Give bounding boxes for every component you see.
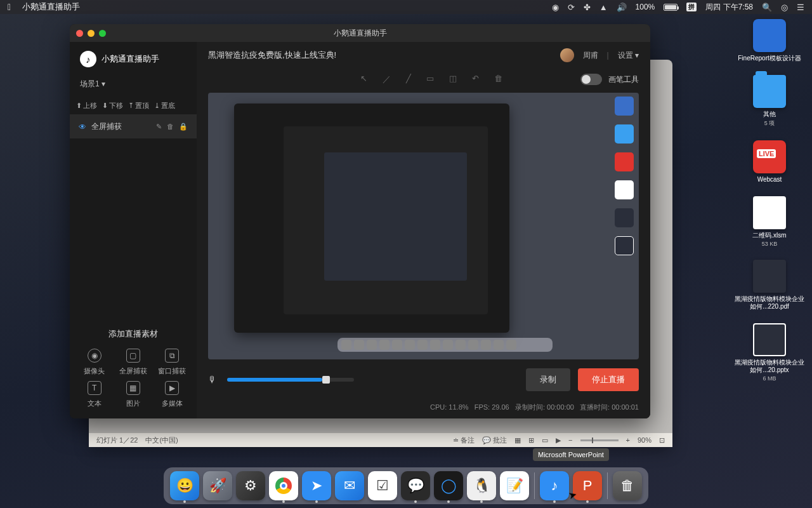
add-camera-button[interactable]: ◉摄像头 — [76, 349, 112, 376]
apple-menu-icon[interactable]:  — [8, 2, 11, 12]
record-button[interactable]: 录制 — [526, 368, 570, 391]
tool-line-icon[interactable]: ╱ — [406, 74, 411, 85]
ppt-zoom-in[interactable]: + — [626, 436, 630, 444]
ppt-comments-button[interactable]: 💬 批注 — [482, 436, 507, 445]
ppt-view-normal-icon[interactable]: ▦ — [514, 436, 521, 444]
preview-canvas[interactable] — [208, 93, 639, 359]
powerpoint-statusbar: 幻灯片 1／22 中文(中国) ≐ 备注 💬 批注 ▦ ⊞ ▭ ▶ − + 90… — [89, 433, 672, 447]
desktop-icon-finereport[interactable]: FineReport模板设计器 — [735, 19, 804, 62]
window-title: 小鹅通直播助手 — [70, 28, 650, 39]
ppt-slide-info: 幻灯片 1／22 — [96, 436, 138, 445]
preview-desktop-file3 — [615, 236, 634, 255]
ppt-fit-icon[interactable]: ⊡ — [659, 436, 665, 444]
to-bottom-button[interactable]: ⤓ 置底 — [154, 101, 175, 110]
dock-dingtalk[interactable]: ◯ — [434, 471, 463, 500]
app-logo-text: 小鹅通直播助手 — [102, 53, 159, 65]
app-logo: ♪ 小鹅通直播助手 — [70, 42, 197, 74]
add-source-title: 添加直播素材 — [70, 328, 197, 340]
microphone-icon[interactable]: 🎙 — [208, 375, 217, 385]
menubar-datetime[interactable]: 周四 下午7:58 — [705, 2, 753, 13]
status-icon-1[interactable]: ◉ — [552, 3, 559, 12]
window-titlebar[interactable]: 小鹅通直播助手 — [70, 24, 650, 42]
battery-icon[interactable] — [664, 4, 678, 11]
visibility-icon[interactable]: 👁 — [79, 123, 86, 131]
tool-rect-icon[interactable]: ▭ — [426, 74, 434, 85]
user-name: 周甫 — [583, 50, 598, 61]
battery-percent: 100% — [636, 3, 655, 11]
user-avatar[interactable] — [560, 48, 574, 62]
add-fullscreen-button[interactable]: ▢全屏捕获 — [115, 349, 151, 376]
preview-desktop-webcast — [615, 152, 634, 171]
app-logo-icon: ♪ — [80, 51, 96, 67]
dock-tooltip: Microsoft PowerPoint — [533, 448, 609, 461]
tool-eraser-icon[interactable]: ◫ — [449, 74, 457, 85]
tool-clear-icon[interactable]: 🗑 — [494, 74, 502, 85]
siri-icon[interactable]: ◎ — [781, 3, 788, 12]
volume-slider[interactable] — [227, 378, 354, 382]
input-source-icon[interactable]: 拼 — [686, 3, 697, 11]
brush-tool-toggle[interactable] — [580, 74, 602, 85]
source-item-fullscreen[interactable]: 👁 全屏捕获 ✎ 🗑 🔒 — [70, 115, 197, 138]
move-up-button[interactable]: ⬆ 上移 — [76, 101, 97, 110]
xiaoe-broadcast-window: 小鹅通直播助手 ♪ 小鹅通直播助手 场景1 ▾ ⬆ 上移 ⬇ 下移 ⤒ 置顶 ⤓… — [70, 24, 650, 418]
dock-chrome[interactable] — [269, 471, 298, 500]
system-menubar:  小鹅通直播助手 ◉ ⟳ ✤ ▲ 🔊 100% 拼 周四 下午7:58 🔍 ◎… — [0, 0, 812, 14]
stop-stream-button[interactable]: 停止直播 — [578, 368, 639, 391]
bluetooth-icon[interactable]: ✤ — [584, 3, 591, 12]
dock-xiaoe[interactable]: ♪ — [540, 471, 569, 500]
source-item-label: 全屏捕获 — [91, 121, 122, 132]
tool-cursor-icon[interactable]: ↖ — [360, 74, 367, 85]
ppt-view-sorter-icon[interactable]: ⊞ — [528, 436, 534, 444]
menubar-app-name[interactable]: 小鹅通直播助手 — [22, 1, 80, 13]
desktop-icon-xlsm[interactable]: 二维码.xlsm 53 KB — [735, 196, 804, 247]
ppt-zoom-level[interactable]: 90% — [638, 436, 652, 444]
dock-qq[interactable]: 🐧 — [467, 471, 496, 500]
status-line: CPU: 11.8% FPS: 29.06 录制时间: 00:00:00 直播时… — [197, 400, 650, 418]
add-text-button[interactable]: T文本 — [76, 381, 112, 408]
sidebar: ♪ 小鹅通直播助手 场景1 ▾ ⬆ 上移 ⬇ 下移 ⤒ 置顶 ⤓ 置底 👁 全屏… — [70, 42, 197, 418]
preview-desktop-file1 — [615, 180, 634, 199]
add-media-button[interactable]: ▶多媒体 — [154, 381, 190, 408]
spotlight-icon[interactable]: 🔍 — [762, 3, 772, 12]
dock-feishu[interactable]: ➤ — [302, 471, 331, 500]
main-panel: 黑湖智造抗疫免费版,快速上线宝典! 周甫 | 设置 ▾ ↖ ／ ╱ ▭ ◫ ↶ … — [197, 42, 650, 418]
settings-dropdown[interactable]: 设置 ▾ — [618, 50, 639, 61]
desktop-icon-other-folder[interactable]: 其他 5 项 — [735, 75, 804, 128]
ppt-zoom-out[interactable]: − — [568, 436, 572, 444]
edit-icon[interactable]: ✎ — [156, 123, 162, 131]
status-icon-2[interactable]: ⟳ — [568, 3, 575, 12]
dock-trash[interactable]: 🗑 — [613, 471, 642, 500]
dock-textedit[interactable]: 📝 — [500, 471, 529, 500]
add-window-button[interactable]: ⧉窗口捕获 — [154, 349, 190, 376]
dock-wechat[interactable]: 💬 — [401, 471, 430, 500]
notification-center-icon[interactable]: ☰ — [797, 3, 804, 12]
ppt-view-reading-icon[interactable]: ▭ — [542, 436, 548, 444]
preview-desktop-file2 — [615, 208, 634, 227]
to-top-button[interactable]: ⤒ 置顶 — [128, 101, 149, 110]
scene-selector[interactable]: 场景1 ▾ — [70, 74, 197, 97]
desktop-icons: FineReport模板设计器 其他 5 项 Webcast 二维码.xlsm … — [735, 19, 804, 382]
wifi-icon[interactable]: ▲ — [599, 3, 608, 12]
add-image-button[interactable]: ▦图片 — [115, 381, 151, 408]
brush-toggle-label: 画笔工具 — [608, 74, 639, 85]
lock-icon[interactable]: 🔒 — [179, 123, 188, 131]
delete-icon[interactable]: 🗑 — [167, 123, 174, 131]
marquee-banner: 黑湖智造抗疫免费版,快速上线宝典! — [208, 50, 336, 61]
ppt-notes-button[interactable]: ≐ 备注 — [453, 436, 475, 445]
desktop-icon-pdf[interactable]: 黑湖疫情版物料模块企业如何...220.pdf — [735, 260, 804, 311]
dock-mail[interactable]: ✉ — [335, 471, 364, 500]
ppt-view-slideshow-icon[interactable]: ▶ — [556, 436, 561, 444]
desktop-icon-pptx[interactable]: 黑湖疫情版物料模块企业如何...20.pptx 6 MB — [735, 323, 804, 382]
dock-reminders[interactable]: ☑ — [368, 471, 397, 500]
ppt-lang: 中文(中国) — [145, 436, 178, 445]
dock-system-preferences[interactable]: ⚙ — [236, 471, 265, 500]
tool-undo-icon[interactable]: ↶ — [472, 74, 479, 85]
dock-launchpad[interactable]: 🚀 — [203, 471, 232, 500]
tool-pen-icon[interactable]: ／ — [383, 74, 391, 85]
dock-finder[interactable]: 😀 — [170, 471, 199, 500]
desktop-icon-webcast[interactable]: Webcast — [735, 140, 804, 184]
move-down-button[interactable]: ⬇ 下移 — [102, 101, 123, 110]
volume-icon[interactable]: 🔊 — [617, 3, 627, 12]
preview-desktop-folder — [615, 124, 634, 144]
preview-desktop-finereport — [615, 97, 634, 116]
